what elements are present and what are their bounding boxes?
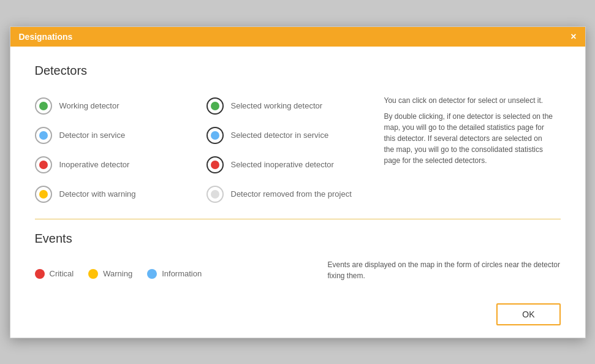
detector-item-sel-inservice: Selected detector in service (207, 121, 378, 150)
footer: OK (10, 294, 585, 338)
sel-working-icon (207, 97, 224, 115)
title-bar: Designations × (10, 27, 585, 47)
warning-event-label: Warning (103, 269, 132, 278)
event-critical: Critical (35, 269, 74, 279)
inservice-label: Detector in service (59, 131, 126, 140)
events-bottom: Critical Warning Information Events are … (35, 259, 561, 281)
events-section: Events Critical Warning Information (35, 232, 561, 281)
events-info: Events are displayed on the map in the f… (328, 259, 561, 281)
detectors-grid: Working detector Selected working detect… (35, 91, 561, 209)
sel-inservice-label: Selected detector in service (231, 131, 329, 140)
detectors-info: You can click on detector for select or … (378, 91, 561, 209)
detector-item-working: Working detector (35, 91, 207, 121)
working-label: Working detector (59, 101, 119, 110)
sel-inoperative-icon (207, 156, 224, 173)
dialog-body: Detectors Working detector Selected work… (10, 47, 585, 294)
ok-button[interactable]: OK (496, 303, 560, 325)
event-warning: Warning (88, 269, 132, 279)
detector-item-warning: Detector with warning (35, 180, 207, 209)
inservice-icon (35, 127, 52, 144)
warning-icon (35, 186, 52, 203)
sel-inoperative-label: Selected inoperative detector (231, 160, 334, 169)
detectors-info-line2: By double clicking, if one detector is s… (384, 111, 555, 166)
working-icon (35, 97, 52, 115)
sel-working-label: Selected working detector (231, 101, 323, 110)
information-dot (147, 269, 157, 279)
detectors-info-line1: You can click on detector for select or … (384, 95, 555, 106)
warning-label: Detector with warning (59, 189, 136, 199)
detector-item-sel-inoperative: Selected inoperative detector (207, 150, 378, 180)
inoperative-label: Inoperative detector (59, 160, 130, 169)
detector-item-inservice: Detector in service (35, 121, 207, 150)
detector-item-removed: Detector removed from the project (207, 180, 378, 209)
removed-label: Detector removed from the project (231, 189, 352, 199)
designations-dialog: Designations × Detectors Working detecto… (10, 26, 586, 338)
critical-dot (35, 269, 45, 279)
event-information: Information (147, 269, 202, 279)
sel-inservice-icon (207, 127, 224, 144)
warning-event-dot (88, 269, 98, 279)
removed-icon (207, 186, 224, 203)
events-section-title: Events (35, 232, 561, 246)
events-row: Critical Warning Information (35, 269, 298, 279)
dialog-title: Designations (19, 32, 73, 42)
critical-label: Critical (50, 269, 74, 278)
detectors-section-title: Detectors (35, 64, 561, 78)
section-divider (35, 219, 561, 219)
inoperative-icon (35, 156, 52, 173)
information-label: Information (162, 269, 202, 278)
close-button[interactable]: × (570, 32, 576, 42)
detector-item-inoperative: Inoperative detector (35, 150, 207, 180)
detector-item-sel-working: Selected working detector (207, 91, 378, 121)
